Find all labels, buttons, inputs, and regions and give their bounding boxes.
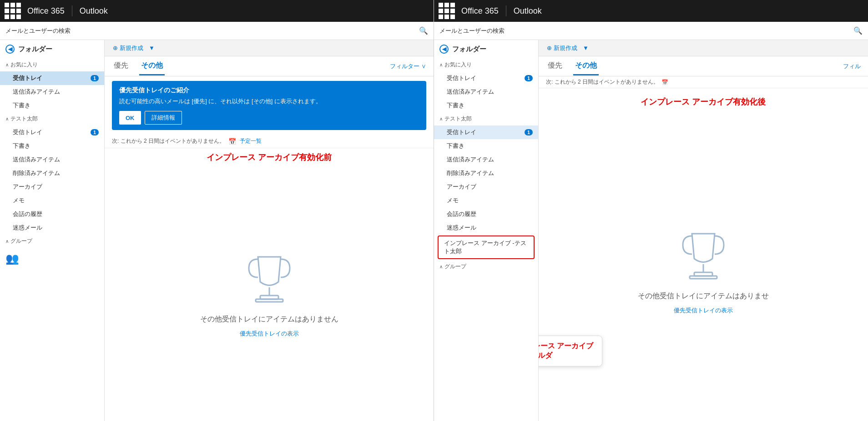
left-main: ◀ フォルダー ∧ お気に入り 受信トレイ 1 送信済みアイテム 下書き ∧ テ… xyxy=(0,40,434,421)
left-testo-spam-label: 迷惑メール xyxy=(13,224,42,232)
back-icon[interactable]: ◀ xyxy=(5,45,15,54)
inplace-archive-label: インプレース アーカイブ -テスト太郎 xyxy=(444,239,530,256)
testo-taro-label: テスト太郎 xyxy=(10,115,38,123)
callout-text: 追加されたインプレース アーカイブのフォルダ xyxy=(539,341,595,361)
right-testo-memo-item[interactable]: メモ xyxy=(434,194,538,207)
tab-priority[interactable]: 優先 xyxy=(112,57,130,75)
right-testo-archive-item[interactable]: アーカイブ xyxy=(434,180,538,194)
groups-header[interactable]: ∧ グループ xyxy=(0,235,104,248)
new-button[interactable]: ⊕ 新規作成 xyxy=(110,42,146,54)
right-favorites-header[interactable]: ∧ お気に入り xyxy=(434,58,538,71)
right-main: ◀ フォルダー ∧ お気に入り 受信トレイ 1 送信済みアイテム 下書き ∧ テ… xyxy=(434,40,868,421)
right-office365-title: Office 365 xyxy=(461,6,499,16)
right-plus-icon: ⊕ xyxy=(547,45,552,51)
right-toolbar: ⊕ 新規作成 ▼ xyxy=(539,40,868,56)
notification-detail-button[interactable]: 詳細情報 xyxy=(145,111,182,125)
right-drafts-item[interactable]: 下書き xyxy=(434,99,538,112)
right-empty-link[interactable]: 優先受信トレイの表示 xyxy=(674,306,733,315)
left-search-icon[interactable]: 🔍 xyxy=(419,26,428,35)
inplace-archive-item[interactable]: インプレース アーカイブ -テスト太郎 xyxy=(438,236,535,259)
right-tab-filter[interactable]: フィル xyxy=(843,62,861,70)
right-back-icon[interactable]: ◀ xyxy=(439,45,449,54)
notification-banner: 優先受信トレイのご紹介 読む可能性の高いメールは [優先] に、それ以外は [そ… xyxy=(112,81,426,130)
arrow-down-icon: ∧ xyxy=(5,62,9,67)
right-inbox-item[interactable]: 受信トレイ 1 xyxy=(434,71,538,85)
favorites-header[interactable]: ∧ お気に入り xyxy=(0,58,104,71)
left-testo-memo-label: メモ xyxy=(13,196,25,205)
right-sidebar: ◀ フォルダー ∧ お気に入り 受信トレイ 1 送信済みアイテム 下書き ∧ テ… xyxy=(434,40,539,421)
calendar-link[interactable]: 予定一覧 xyxy=(240,137,262,145)
left-annotation-text: インプレース アーカイブ有効化前 xyxy=(207,153,332,162)
left-annotation: インプレース アーカイブ有効化前 xyxy=(105,148,434,166)
left-empty-state: その他受信トレイにアイテムはありません 優先受信トレイの表示 xyxy=(105,166,434,421)
right-inbox-label: 受信トレイ xyxy=(447,74,476,82)
left-testo-deleted-item[interactable]: 削除済みアイテム xyxy=(0,166,104,180)
notification-ok-button[interactable]: OK xyxy=(119,111,141,125)
left-sidebar-footer: 👥 xyxy=(0,248,104,270)
right-tab-priority[interactable]: 優先 xyxy=(546,57,564,75)
left-sent-item[interactable]: 送信済みアイテム xyxy=(0,85,104,99)
left-empty-text: その他受信トレイにアイテムはありません xyxy=(200,315,338,324)
left-testo-deleted-label: 削除済みアイテム xyxy=(13,169,60,177)
left-outlook-title: Outlook xyxy=(80,6,108,16)
right-calendar-icon: 📅 xyxy=(661,79,668,85)
right-sent-item[interactable]: 送信済みアイテム xyxy=(434,85,538,99)
tab-priority-label: 優先 xyxy=(114,61,128,69)
right-testo-history-item[interactable]: 会話の履歴 xyxy=(434,207,538,221)
right-search-icon[interactable]: 🔍 xyxy=(853,26,863,35)
right-grid-icon[interactable] xyxy=(439,3,455,19)
testo-header[interactable]: ∧ テスト太郎 xyxy=(0,112,104,125)
right-content: ⊕ 新規作成 ▼ 優先 その他 フィル 次: これから 2 日間はイベント xyxy=(539,40,868,421)
right-tab-other[interactable]: その他 xyxy=(573,57,599,75)
right-testo-sent-item[interactable]: 送信済みアイテム xyxy=(434,153,538,166)
left-testo-archive-label: アーカイブ xyxy=(13,183,42,191)
left-testo-drafts-item[interactable]: 下書き xyxy=(0,139,104,153)
left-tabs: 優先 その他 フィルター ∨ xyxy=(105,56,434,76)
tab-other[interactable]: その他 xyxy=(139,57,165,75)
plus-icon: ⊕ xyxy=(113,45,118,51)
right-folder-header[interactable]: ◀ フォルダー xyxy=(434,40,538,58)
left-searchbar: メールとユーザーの検索 🔍 xyxy=(0,22,434,40)
callout-bubble: 追加されたインプレース アーカイブのフォルダ xyxy=(539,336,602,366)
tab-filter[interactable]: フィルター ∨ xyxy=(390,62,426,70)
right-hint-text: 次: これから 2 日間はイベントがありません。 xyxy=(546,78,659,86)
left-testo-sent-item[interactable]: 送信済みアイテム xyxy=(0,153,104,166)
right-panel: Office 365 Outlook メールとユーザーの検索 🔍 ◀ フォルダー… xyxy=(434,0,868,421)
tab-other-label: その他 xyxy=(141,61,163,69)
left-testo-history-item[interactable]: 会話の履歴 xyxy=(0,207,104,221)
notification-body: 読む可能性の高いメールは [優先] に、それ以外は [その他] に表示されます。 xyxy=(119,97,419,105)
right-testo-drafts-item[interactable]: 下書き xyxy=(434,139,538,153)
left-testo-memo-item[interactable]: メモ xyxy=(0,194,104,207)
arrow-down-icon2: ∧ xyxy=(5,116,9,121)
calendar-icon: 📅 xyxy=(228,138,236,145)
right-topbar: Office 365 Outlook xyxy=(434,0,868,22)
left-testo-archive-item[interactable]: アーカイブ xyxy=(0,180,104,194)
left-testo-spam-item[interactable]: 迷惑メール xyxy=(0,221,104,235)
grid-icon[interactable] xyxy=(5,3,21,19)
left-search-label: メールとユーザーの検索 xyxy=(5,27,415,35)
right-drafts-label: 下書き xyxy=(447,101,464,110)
right-favorites-label: お気に入り xyxy=(444,61,472,69)
left-inbox-item[interactable]: 受信トレイ 1 xyxy=(0,71,104,85)
svg-rect-5 xyxy=(690,276,717,279)
left-testo-inbox-item[interactable]: 受信トレイ 1 xyxy=(0,125,104,139)
left-testo-drafts-label: 下書き xyxy=(13,142,30,150)
right-searchbar: メールとユーザーの検索 🔍 xyxy=(434,22,868,40)
right-testo-deleted-item[interactable]: 削除済みアイテム xyxy=(434,166,538,180)
right-new-button[interactable]: ⊕ 新規作成 xyxy=(544,42,580,54)
right-testo-inbox-item[interactable]: 受信トレイ 1 xyxy=(434,125,538,139)
right-new-label: 新規作成 xyxy=(554,44,577,52)
toolbar-dropdown-icon[interactable]: ▼ xyxy=(149,45,155,51)
left-empty-link[interactable]: 優先受信トレイの表示 xyxy=(240,330,299,338)
right-groups-label: グループ xyxy=(444,263,466,271)
right-toolbar-dropdown-icon[interactable]: ▼ xyxy=(583,45,589,51)
left-panel: Office 365 Outlook メールとユーザーの検索 🔍 ◀ フォルダー… xyxy=(0,0,434,421)
right-testo-header[interactable]: ∧ テスト太郎 xyxy=(434,112,538,125)
right-groups-header[interactable]: ∧ グループ xyxy=(434,260,538,273)
left-folder-label: フォルダー xyxy=(18,45,52,54)
right-testo-spam-item[interactable]: 迷惑メール xyxy=(434,221,538,235)
right-testo-drafts-label: 下書き xyxy=(447,142,464,150)
right-empty-state: 追加されたインプレース アーカイブのフォルダ その他受信トレイにアイテムはありま… xyxy=(539,111,868,421)
left-drafts-item[interactable]: 下書き xyxy=(0,99,104,112)
left-folder-header[interactable]: ◀ フォルダー xyxy=(0,40,104,58)
